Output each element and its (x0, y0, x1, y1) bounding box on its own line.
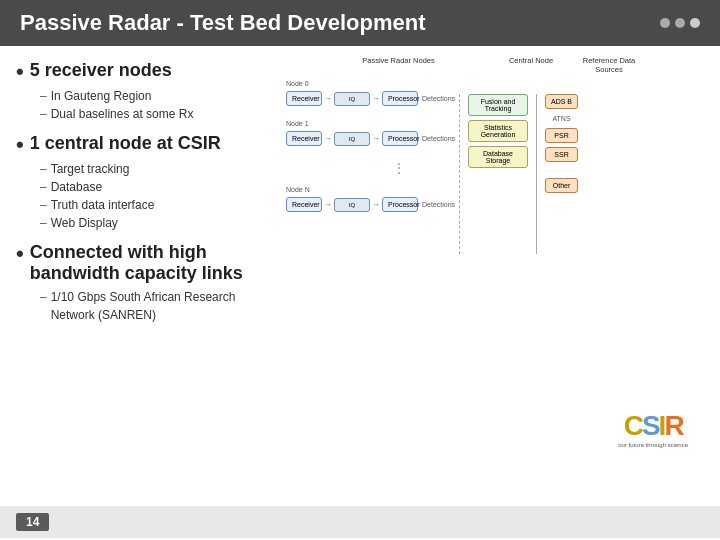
node-0-label: Node 0 (286, 80, 451, 87)
arrow-na: → (324, 200, 332, 209)
central-column: Fusion and Tracking Statistics Generatio… (468, 94, 528, 168)
sub-items-3: – 1/10 Gbps South African Research Netwo… (40, 288, 276, 324)
left-panel: • 5 receiver nodes – In Gauteng Region –… (16, 56, 276, 496)
bullet-item-2: • 1 central node at CSIR – Target tracki… (16, 133, 276, 232)
sub-items-2: – Target tracking – Database – Truth dat… (40, 160, 276, 232)
col-header-central: Central Node (497, 56, 565, 74)
node-n-boxes: Receiver → IQ → Processor Detections (286, 197, 451, 212)
central-db: Database Storage (468, 146, 528, 168)
bullet-dot-2: • (16, 134, 24, 156)
csir-letters: CSIR (624, 412, 683, 440)
bullet-main-1: • 5 receiver nodes (16, 60, 276, 83)
node-1-label: Node 1 (286, 120, 451, 127)
sub-text-1-1: Dual baselines at some Rx (51, 105, 194, 123)
sub-item-2-1: – Database (40, 178, 276, 196)
solid-divider (536, 94, 537, 254)
node-n-receiver: Receiver (286, 197, 322, 212)
sub-item-2-3: – Web Display (40, 214, 276, 232)
sub-text-2-1: Database (51, 178, 102, 196)
bullet-main-3: • Connected with high bandwidth capacity… (16, 242, 276, 284)
sub-text-2-3: Web Display (51, 214, 118, 232)
ref-ads: ADS B (545, 94, 578, 109)
ref-section: ADS B ATNS PSR SSR Other (545, 94, 578, 193)
sub-item-1-0: – In Gauteng Region (40, 87, 276, 105)
node-block-1: Node 1 Receiver → IQ → Processor Detecti… (286, 120, 451, 146)
arrow-nb: → (372, 200, 380, 209)
page-number: 14 (16, 513, 49, 531)
arrow-1a: → (324, 134, 332, 143)
bullet-main-2: • 1 central node at CSIR (16, 133, 276, 156)
node-1-processor: Processor (382, 131, 418, 146)
bullet-item-3: • Connected with high bandwidth capacity… (16, 242, 276, 324)
node-n-detections: Detections (422, 201, 455, 208)
node-1-boxes: Receiver → IQ → Processor Detections (286, 131, 451, 146)
nodes-ellipsis: ⋮ (286, 160, 451, 172)
dot-1 (660, 18, 670, 28)
node-0-receiver: Receiver (286, 91, 322, 106)
arrow-0a: → (324, 94, 332, 103)
node-0-iq: IQ (334, 92, 370, 106)
central-stats: Statistics Generation (468, 120, 528, 142)
ref-ssr: SSR (545, 147, 578, 162)
diagram-body: Node 0 Receiver → IQ → Processor Detecti… (286, 80, 704, 254)
col-header-ref: Reference Data Sources (579, 56, 639, 74)
node-n-iq: IQ (334, 198, 370, 212)
dot-3 (690, 18, 700, 28)
bullet-text-1: 5 receiver nodes (30, 60, 172, 81)
node-1-iq: IQ (334, 132, 370, 146)
arrow-1b: → (372, 134, 380, 143)
sub-text-2-0: Target tracking (51, 160, 130, 178)
bullet-dot-1: • (16, 61, 24, 83)
right-panel: Passive Radar Nodes Central Node Referen… (286, 56, 704, 496)
ref-other: Other (545, 178, 578, 193)
node-n-processor: Processor (382, 197, 418, 212)
node-1-detections: Detections (422, 135, 455, 142)
csir-tagline: our future through science (618, 442, 688, 448)
bullet-text-2: 1 central node at CSIR (30, 133, 221, 154)
diagram: Passive Radar Nodes Central Node Referen… (286, 56, 704, 254)
dot-2 (675, 18, 685, 28)
sub-item-2-0: – Target tracking (40, 160, 276, 178)
sub-text-2-2: Truth data interface (51, 196, 155, 214)
node-0-processor: Processor (382, 91, 418, 106)
header-dots (660, 18, 700, 28)
page-title: Passive Radar - Test Bed Development (20, 10, 426, 36)
col-header-passive: Passive Radar Nodes (316, 56, 481, 74)
sub-text-1-0: In Gauteng Region (51, 87, 152, 105)
sub-item-2-2: – Truth data interface (40, 196, 276, 214)
ref-psr: PSR (545, 128, 578, 143)
node-0-boxes: Receiver → IQ → Processor Detections (286, 91, 451, 106)
node-0-detections: Detections (422, 95, 455, 102)
main-content: • 5 receiver nodes – In Gauteng Region –… (0, 46, 720, 506)
central-fusion: Fusion and Tracking (468, 94, 528, 116)
footer: 14 (0, 506, 720, 538)
node-1-receiver: Receiver (286, 131, 322, 146)
sub-text-3-0: 1/10 Gbps South African Research Network… (51, 288, 276, 324)
col-headers: Passive Radar Nodes Central Node Referen… (286, 56, 704, 74)
sub-items-1: – In Gauteng Region – Dual baselines at … (40, 87, 276, 123)
bullet-dot-3: • (16, 243, 24, 265)
csir-logo: CSIR our future through science (618, 412, 688, 448)
ref-atns-label: ATNS (545, 115, 578, 122)
node-block-n: Node N Receiver → IQ → Processor Detecti… (286, 186, 451, 212)
dashed-divider (459, 94, 460, 254)
node-n-label: Node N (286, 186, 451, 193)
bullet-item-1: • 5 receiver nodes – In Gauteng Region –… (16, 60, 276, 123)
bullet-text-3: Connected with high bandwidth capacity l… (30, 242, 276, 284)
node-block-0: Node 0 Receiver → IQ → Processor Detecti… (286, 80, 451, 106)
sub-item-3-0: – 1/10 Gbps South African Research Netwo… (40, 288, 276, 324)
arrow-0b: → (372, 94, 380, 103)
page-header: Passive Radar - Test Bed Development (0, 0, 720, 46)
ref-items: ADS B ATNS PSR SSR Other (545, 94, 578, 193)
sub-item-1-1: – Dual baselines at some Rx (40, 105, 276, 123)
nodes-column: Node 0 Receiver → IQ → Processor Detecti… (286, 80, 451, 212)
